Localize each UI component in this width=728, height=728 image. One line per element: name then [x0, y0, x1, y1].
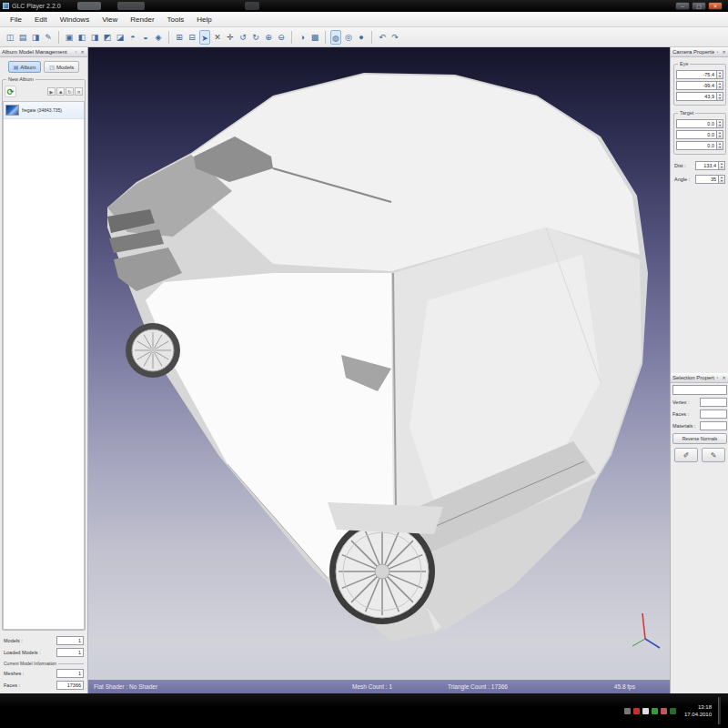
- orbit-target-icon[interactable]: ↻: [250, 30, 261, 45]
- window-titlebar[interactable]: GLC Player 2.2.0 – ▢ ✕: [0, 0, 728, 12]
- edit-material-icon[interactable]: ✐: [674, 448, 698, 462]
- spin-buttons[interactable]: ▴▾: [717, 119, 723, 128]
- album-open-icon[interactable]: ▤: [17, 30, 28, 45]
- eye-z-field[interactable]: 43,9 ▴▾: [676, 92, 723, 101]
- spin-buttons[interactable]: ▴▾: [719, 175, 725, 184]
- target-z-field[interactable]: 0,0 ▴▾: [676, 141, 723, 150]
- light-front-icon[interactable]: ◎: [343, 30, 354, 45]
- target-y-field[interactable]: 0,0 ▴▾: [676, 130, 723, 139]
- faces-field[interactable]: [700, 410, 727, 419]
- album-panel-titlebar[interactable]: Album Model Management ▫ ✕: [0, 47, 87, 57]
- close-panel-icon[interactable]: ✕: [79, 49, 86, 55]
- view-front-icon[interactable]: ◧: [76, 30, 87, 45]
- float-panel-icon[interactable]: ▫: [714, 49, 721, 55]
- taskbar-clock[interactable]: 13:18 17.04.2010: [684, 703, 712, 718]
- spin-buttons[interactable]: ▴▾: [717, 141, 723, 150]
- tray-icon[interactable]: [670, 708, 676, 714]
- app-icon: [3, 3, 9, 9]
- menu-file[interactable]: File: [4, 14, 28, 25]
- spin-buttons[interactable]: ▴▾: [717, 92, 723, 101]
- reverse-normals-button[interactable]: Reverse Normals: [672, 433, 727, 444]
- move-icon[interactable]: ✛: [225, 30, 236, 45]
- tab-album[interactable]: ▤ Album: [8, 61, 42, 73]
- desktop: GLC Player 2.2.0 – ▢ ✕ File Edit Windows…: [0, 0, 728, 728]
- tray-icon[interactable]: [661, 708, 667, 714]
- edit-mode-icon[interactable]: ✎: [43, 30, 54, 45]
- view-bottom-icon[interactable]: ◒: [140, 30, 151, 45]
- select-icon[interactable]: ➤: [199, 30, 210, 45]
- loaded-models-label: Loaded Models :: [4, 650, 41, 655]
- menu-tools[interactable]: Tools: [161, 14, 191, 25]
- eye-y-field[interactable]: -99,4 ▴▾: [676, 81, 723, 90]
- materials-field[interactable]: [700, 421, 727, 430]
- light-icon[interactable]: ◍: [330, 30, 341, 45]
- next-camera-icon[interactable]: ↷: [389, 30, 400, 45]
- minimize-button[interactable]: –: [675, 2, 690, 10]
- spin-buttons[interactable]: ▴▾: [717, 130, 723, 139]
- zoom-in-icon[interactable]: ⊕: [263, 30, 274, 45]
- menu-help[interactable]: Help: [190, 14, 217, 25]
- album-new-icon[interactable]: ◫: [5, 30, 15, 45]
- close-button[interactable]: ✕: [708, 2, 723, 10]
- edit-texture-icon[interactable]: ✎: [702, 448, 725, 462]
- view-back-icon[interactable]: ◨: [89, 30, 100, 45]
- grid-view-icon[interactable]: ⊞: [174, 30, 185, 45]
- spin-buttons[interactable]: ▴▾: [719, 161, 725, 170]
- selection-name-field[interactable]: [672, 385, 727, 395]
- model-list[interactable]: fregate (34843.735): [3, 101, 85, 630]
- frame-view-icon[interactable]: ⊟: [187, 30, 197, 45]
- eye-x-field[interactable]: -75,4 ▴▾: [676, 70, 723, 79]
- tray-icon[interactable]: [642, 708, 649, 714]
- dist-field[interactable]: 133,4 ▴▾: [695, 161, 725, 170]
- menu-render[interactable]: Render: [124, 14, 160, 25]
- angle-field[interactable]: 35 ▴▾: [695, 175, 725, 184]
- view-right-icon[interactable]: ◪: [115, 30, 126, 45]
- system-taskbar[interactable]: 13:18 17.04.2010: [0, 693, 728, 728]
- float-panel-icon[interactable]: ▫: [714, 375, 721, 380]
- slideshow-play-icon[interactable]: ▶: [47, 87, 56, 96]
- menu-windows[interactable]: Windows: [54, 14, 96, 25]
- add-model-icon[interactable]: ▣: [64, 30, 75, 45]
- model-name: fregate (34843.735): [22, 107, 62, 113]
- camera-panel-titlebar[interactable]: Camera Properties ▫ ✕: [671, 47, 728, 57]
- view-iso-icon[interactable]: ◈: [153, 30, 164, 45]
- album-save-icon[interactable]: ◨: [30, 30, 41, 45]
- slideshow-stop-icon[interactable]: ■: [56, 87, 65, 96]
- mesh-count-status: Mesh Count : 1: [352, 683, 392, 690]
- list-item[interactable]: fregate (34843.735): [4, 102, 84, 119]
- slideshow-loop-icon[interactable]: ↻: [66, 87, 74, 96]
- vertex-field[interactable]: [700, 398, 727, 407]
- texture-icon[interactable]: ▩: [309, 30, 320, 45]
- show-desktop-button[interactable]: [718, 697, 721, 724]
- view-top-icon[interactable]: ◓: [127, 30, 138, 45]
- spin-buttons[interactable]: ▴▾: [717, 70, 723, 79]
- main-toolbar: ◫ ▤ ◨ ✎ ▣ ◧ ◨ ◩ ◪ ◓ ◒ ◈ ⊞ ⊟ ➤ ✕ ✛ ↺ ↻ ⊕ …: [0, 27, 728, 47]
- prev-camera-icon[interactable]: ↶: [377, 30, 388, 45]
- float-panel-icon[interactable]: ▫: [73, 49, 79, 55]
- target-x-field[interactable]: 0,0 ▴▾: [676, 119, 723, 128]
- tray-icon[interactable]: [624, 708, 631, 714]
- slideshow-close-icon[interactable]: ✕: [75, 87, 83, 96]
- menu-view[interactable]: View: [96, 14, 124, 25]
- view-left-icon[interactable]: ◩: [102, 30, 113, 45]
- selection-panel-title: Selection Properties: [672, 375, 714, 380]
- close-panel-icon[interactable]: ✕: [721, 375, 727, 380]
- tray-icon[interactable]: [652, 708, 658, 714]
- right-dock: Camera Properties ▫ ✕ Eye -75,4 ▴▾ -99,4…: [670, 47, 728, 693]
- close-panel-icon[interactable]: ✕: [721, 49, 727, 55]
- tab-models[interactable]: ◳ Models: [44, 61, 79, 73]
- selection-panel-titlebar[interactable]: Selection Properties ▫ ✕: [671, 373, 728, 383]
- maximize-button[interactable]: ▢: [692, 2, 706, 10]
- 3d-viewport[interactable]: [88, 47, 670, 680]
- axis-indicator: [625, 604, 662, 650]
- toolbar-separator: [58, 31, 59, 44]
- spin-buttons[interactable]: ▴▾: [717, 81, 723, 90]
- reload-icon[interactable]: ⟳: [5, 86, 16, 97]
- shading-icon[interactable]: ◑: [297, 30, 308, 45]
- deselect-icon[interactable]: ✕: [212, 30, 223, 45]
- tray-icon[interactable]: [633, 708, 640, 714]
- orbit-icon[interactable]: ↺: [238, 30, 248, 45]
- light-back-icon[interactable]: ●: [356, 30, 367, 45]
- zoom-out-icon[interactable]: ⊖: [276, 30, 287, 45]
- menu-edit[interactable]: Edit: [28, 14, 54, 25]
